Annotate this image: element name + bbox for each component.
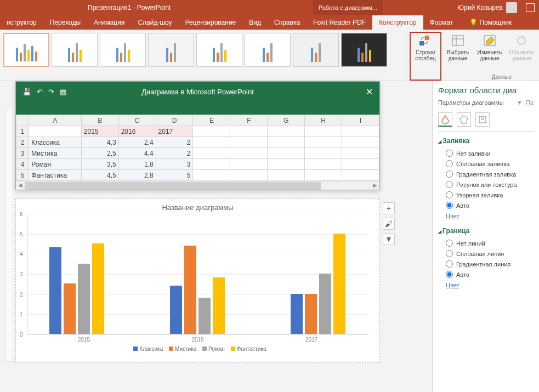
chart-elements-button[interactable]: +: [383, 202, 395, 214]
select-all-cell[interactable]: [16, 115, 29, 126]
col-C[interactable]: C: [118, 115, 156, 126]
cell-D2[interactable]: 2: [156, 137, 193, 148]
cell[interactable]: [230, 148, 268, 159]
cell-D3[interactable]: 2: [156, 148, 193, 159]
cell[interactable]: [193, 126, 230, 137]
edit-data-button[interactable]: Изменить данные: [474, 32, 505, 81]
excel-grid[interactable]: A B C D E F G H I 1 2015 2016 2017 2 Кла…: [16, 115, 379, 181]
cell-C5[interactable]: 2,8: [118, 170, 156, 181]
border-auto-radio[interactable]: Авто: [438, 269, 534, 280]
size-props-tab[interactable]: [475, 112, 490, 127]
select-data-button[interactable]: Выбрать данные: [442, 32, 473, 81]
tab-design[interactable]: нструктор: [0, 15, 43, 30]
scrollbar-thumb[interactable]: [25, 182, 321, 190]
user-account[interactable]: Юрий Козырев: [457, 2, 517, 13]
cell-A2[interactable]: Классика: [29, 137, 81, 148]
context-tab[interactable]: Работа с диаграмм...: [313, 0, 383, 15]
col-H[interactable]: H: [305, 115, 342, 126]
cell-A5[interactable]: Фантастика: [29, 170, 81, 181]
cell-C3[interactable]: 4,4: [118, 148, 156, 159]
cell[interactable]: [342, 148, 379, 159]
switch-row-column-button[interactable]: Строка/столбец: [410, 32, 441, 81]
chart-style-2[interactable]: [52, 33, 98, 67]
cell-C4[interactable]: 1,8: [118, 159, 156, 170]
undo-icon[interactable]: ↶: [37, 88, 43, 96]
tab-animation[interactable]: Анимация: [87, 15, 131, 30]
fill-gradient-radio[interactable]: Градиентная заливка: [438, 169, 534, 179]
cell-B5[interactable]: 4,5: [81, 170, 118, 181]
cell[interactable]: [193, 159, 230, 170]
cell-C2[interactable]: 2,4: [118, 137, 156, 148]
cell-B1[interactable]: 2015: [81, 126, 118, 137]
col-F[interactable]: F: [230, 115, 268, 126]
cell-D4[interactable]: 3: [156, 159, 193, 170]
cell[interactable]: [342, 170, 379, 181]
scroll-right-icon[interactable]: ►: [371, 181, 379, 190]
row-4[interactable]: 4: [16, 159, 29, 170]
chart-title[interactable]: Название диаграммы: [16, 199, 379, 214]
cell[interactable]: [268, 159, 305, 170]
row-2[interactable]: 2: [16, 137, 29, 148]
chart-plot[interactable]: 0123456: [27, 214, 368, 334]
cell-C1[interactable]: 2016: [118, 126, 156, 137]
col-B[interactable]: B: [81, 115, 118, 126]
cell[interactable]: [305, 148, 342, 159]
cell-B2[interactable]: 4,3: [81, 137, 118, 148]
chart-style-1[interactable]: [3, 33, 49, 67]
chart-style-7[interactable]: [293, 33, 339, 67]
cell[interactable]: [230, 137, 268, 148]
cell-A1[interactable]: [29, 126, 81, 137]
cell-B3[interactable]: 2,5: [81, 148, 118, 159]
save-icon[interactable]: 💾: [22, 88, 31, 96]
fill-color-link[interactable]: Цвет: [438, 211, 534, 224]
fill-solid-radio[interactable]: Сплошная заливка: [438, 158, 534, 169]
tab-slideshow[interactable]: Слайд-шоу: [131, 15, 178, 30]
cell[interactable]: [230, 170, 268, 181]
border-gradient-radio[interactable]: Градиентная линия: [438, 259, 534, 269]
cell[interactable]: [230, 126, 268, 137]
cell[interactable]: [305, 126, 342, 137]
border-solid-radio[interactable]: Сплошная линия: [438, 248, 534, 259]
chart-style-8[interactable]: [341, 33, 387, 67]
row-1[interactable]: 1: [16, 126, 29, 137]
excel-close-button[interactable]: ✕: [366, 87, 373, 97]
tab-help[interactable]: Справка: [268, 15, 307, 30]
col-I[interactable]: I: [342, 115, 379, 126]
tab-transitions[interactable]: Переходы: [43, 15, 87, 30]
chart-style-5[interactable]: [196, 33, 242, 67]
cell-D5[interactable]: 5: [156, 170, 193, 181]
row-3[interactable]: 3: [16, 148, 29, 159]
cell[interactable]: [230, 159, 268, 170]
cell[interactable]: [305, 159, 342, 170]
cell[interactable]: [193, 170, 230, 181]
tab-chart-design[interactable]: Конструктор: [372, 15, 423, 30]
row-5[interactable]: 5: [16, 170, 29, 181]
tab-tell-me[interactable]: 💡 Помощник: [463, 15, 518, 30]
chart-style-4[interactable]: [148, 33, 194, 67]
cell[interactable]: [342, 159, 379, 170]
col-A[interactable]: A: [29, 115, 81, 126]
cell[interactable]: [268, 170, 305, 181]
cell[interactable]: [268, 126, 305, 137]
tab-review[interactable]: Рецензирование: [179, 15, 243, 30]
fill-picture-radio[interactable]: Рисунок или текстура: [438, 179, 534, 190]
cell[interactable]: [193, 137, 230, 148]
col-G[interactable]: G: [268, 115, 305, 126]
tab-chart-format[interactable]: Формат: [423, 15, 460, 30]
effects-tab[interactable]: [457, 112, 471, 127]
fill-none-radio[interactable]: Нет заливки: [438, 148, 534, 158]
fill-section-header[interactable]: Заливка: [438, 137, 534, 145]
customize-icon[interactable]: ▦: [60, 88, 66, 96]
redo-icon[interactable]: ↷: [48, 88, 54, 96]
chart-legend[interactable]: Классика Мистика Роман Фантастика: [16, 346, 379, 352]
fill-auto-radio[interactable]: Авто: [438, 200, 534, 211]
cell-A3[interactable]: Мистика: [29, 148, 81, 159]
scroll-left-icon[interactable]: ◄: [16, 181, 25, 190]
border-section-header[interactable]: Граница: [438, 227, 534, 235]
col-D[interactable]: D: [156, 115, 193, 126]
chart-filters-button[interactable]: ▼: [383, 233, 395, 245]
fill-pattern-radio[interactable]: Узорная заливка: [438, 190, 534, 200]
cell[interactable]: [342, 126, 379, 137]
chart-area[interactable]: Название диаграммы 0123456 2015 2018 201…: [15, 198, 380, 363]
cell-D1[interactable]: 2017: [156, 126, 193, 137]
